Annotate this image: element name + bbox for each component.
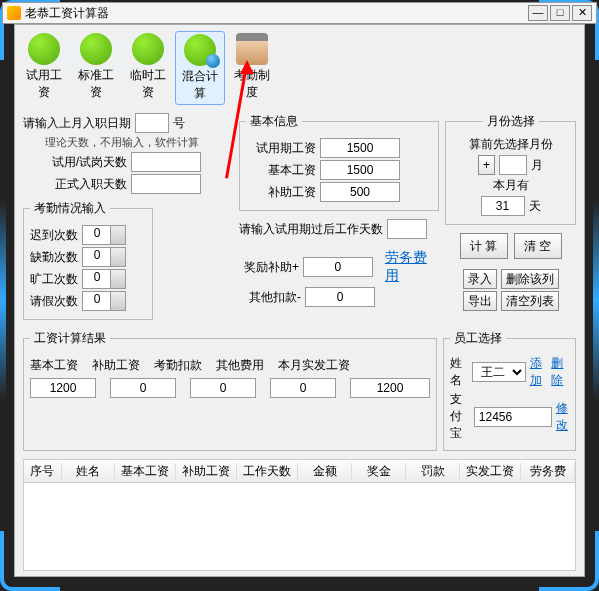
leave-spinner[interactable]: 0: [82, 291, 126, 311]
formal-days-label: 正式入职天数: [23, 176, 127, 193]
month-input[interactable]: [499, 155, 527, 175]
person-icon: [80, 33, 112, 65]
attendance-group-title: 考勤情况输入: [30, 200, 110, 217]
minimize-button[interactable]: —: [528, 5, 548, 21]
tab-temp-salary[interactable]: 临时工资: [123, 31, 173, 105]
entry-date-input[interactable]: [135, 113, 169, 133]
tab-attendance-system[interactable]: 考勤制度: [227, 31, 277, 105]
titlebar: 老恭工资计算器 — □ ✕: [2, 2, 597, 24]
maximize-button[interactable]: □: [550, 5, 570, 21]
result-deduct-input[interactable]: [190, 378, 256, 398]
entry-date-label: 请输入上月入职日期: [23, 115, 131, 132]
result-subsidy-input[interactable]: [110, 378, 176, 398]
month-plus-button[interactable]: +: [478, 155, 495, 175]
window-title: 老恭工资计算器: [25, 5, 528, 22]
base-salary-input[interactable]: [320, 160, 400, 180]
col-name[interactable]: 姓名: [62, 463, 116, 480]
name-select[interactable]: 王二: [472, 362, 526, 382]
month-select-hint: 算前先选择月份: [452, 136, 569, 153]
col-actual[interactable]: 实发工资: [460, 463, 521, 480]
probation-salary-label: 试用期工资: [246, 140, 316, 157]
result-header-actual: 本月实发工资: [278, 357, 350, 374]
bonus-minus-label: 其他扣款-: [239, 289, 301, 306]
clear-list-button[interactable]: 清空列表: [501, 291, 559, 311]
tab-mixed-calc[interactable]: 混合计算: [175, 31, 225, 105]
result-other-input[interactable]: [270, 378, 336, 398]
month-suffix: 月: [531, 157, 543, 174]
col-workdays[interactable]: 工作天数: [237, 463, 298, 480]
absent-spinner[interactable]: 0: [82, 247, 126, 267]
col-labor[interactable]: 劳务费: [521, 463, 575, 480]
formal-days-input[interactable]: [131, 174, 201, 194]
base-salary-label: 基本工资: [246, 162, 316, 179]
result-header-deduct: 考勤扣款: [154, 357, 202, 374]
late-label: 迟到次数: [30, 227, 78, 244]
person-icon: [28, 33, 60, 65]
alipay-input[interactable]: [474, 407, 552, 427]
toolbar: 试用工资 标准工资 临时工资 混合计算 考勤制度: [15, 25, 584, 107]
col-subsidy[interactable]: 补助工资: [176, 463, 237, 480]
col-seq[interactable]: 序号: [24, 463, 62, 480]
probation-days-label: 试用/试岗天数: [23, 154, 127, 171]
days-suffix: 天: [529, 198, 541, 215]
entry-date-suffix: 号: [173, 115, 185, 132]
tab-probation-salary[interactable]: 试用工资: [19, 31, 69, 105]
labor-cost-link[interactable]: 劳务费用: [385, 249, 439, 285]
basic-info-title: 基本信息: [246, 113, 302, 130]
alipay-label: 支付宝: [450, 391, 470, 442]
people-icon: [184, 34, 216, 66]
absent-label: 缺勤次数: [30, 249, 78, 266]
result-actual-input[interactable]: [350, 378, 430, 398]
app-icon: [7, 6, 21, 20]
delete-employee-link[interactable]: 删除: [551, 355, 569, 389]
late-spinner[interactable]: 0: [82, 225, 126, 245]
bonus-minus-input[interactable]: [305, 287, 375, 307]
result-base-input[interactable]: [30, 378, 96, 398]
table-header: 序号 姓名 基本工资 补助工资 工作天数 金额 奖金 罚款 实发工资 劳务费: [23, 459, 576, 483]
result-header-other: 其他费用: [216, 357, 264, 374]
clear-button[interactable]: 清 空: [514, 233, 562, 259]
employee-title: 员工选择: [450, 330, 506, 347]
result-header-base: 基本工资: [30, 357, 78, 374]
skip-spinner[interactable]: 0: [82, 269, 126, 289]
record-button[interactable]: 录入: [463, 269, 497, 289]
result-header-subsidy: 补助工资: [92, 357, 140, 374]
month-select-title: 月份选择: [483, 113, 539, 130]
name-label: 姓名: [450, 355, 468, 389]
person-icon: [132, 33, 164, 65]
bonus-plus-label: 奖励补助+: [239, 259, 299, 276]
subsidy-input[interactable]: [320, 182, 400, 202]
modify-link[interactable]: 修改: [556, 400, 569, 434]
table-body[interactable]: [23, 483, 576, 571]
leave-label: 请假次数: [30, 293, 78, 310]
skip-label: 旷工次数: [30, 271, 78, 288]
clipboard-icon: [236, 33, 268, 65]
after-probation-label: 请输入试用期过后工作天数: [239, 221, 383, 238]
col-bonus[interactable]: 奖金: [352, 463, 406, 480]
export-button[interactable]: 导出: [463, 291, 497, 311]
subsidy-label: 补助工资: [246, 184, 316, 201]
entry-date-hint: 理论天数，不用输入，软件计算: [45, 135, 199, 150]
col-amount[interactable]: 金额: [298, 463, 352, 480]
this-month-label: 本月有: [452, 177, 569, 194]
probation-days-input[interactable]: [131, 152, 201, 172]
add-employee-link[interactable]: 添加: [530, 355, 548, 389]
after-probation-input[interactable]: [387, 219, 427, 239]
delete-row-button[interactable]: 删除该列: [501, 269, 559, 289]
calculate-button[interactable]: 计 算: [460, 233, 508, 259]
probation-salary-input[interactable]: [320, 138, 400, 158]
results-title: 工资计算结果: [30, 330, 110, 347]
col-penalty[interactable]: 罚款: [406, 463, 460, 480]
close-button[interactable]: ✕: [572, 5, 592, 21]
tab-standard-salary[interactable]: 标准工资: [71, 31, 121, 105]
col-base[interactable]: 基本工资: [115, 463, 176, 480]
bonus-plus-input[interactable]: [303, 257, 373, 277]
month-days-input[interactable]: [481, 196, 525, 216]
